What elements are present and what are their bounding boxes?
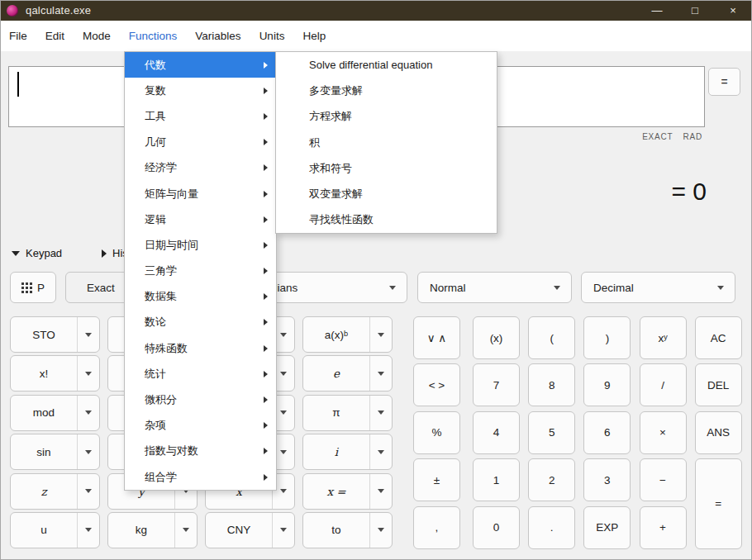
keypad-split-button-r2c3[interactable]: π [302,395,393,431]
dropdown-arrow-icon[interactable] [370,513,392,548]
menubar-item-file[interactable]: File [0,21,36,51]
dropdown-arrow-icon[interactable] [370,317,392,352]
keypad-button-+[interactable]: + [640,506,687,549]
menubar-item-edit[interactable]: Edit [36,21,74,51]
dropdown-arrow-icon[interactable] [78,356,99,391]
keypad-special-button-4[interactable]: , [413,506,460,549]
keypad-button-7[interactable]: 7 [473,363,520,406]
keypad-button-AC[interactable]: AC [695,316,742,359]
keypad-button-ANS[interactable]: ANS [695,411,742,454]
keypad-split-button-r4c0[interactable]: z [10,473,100,510]
submenu-arrow-icon [264,293,268,300]
dropdown-arrow-icon[interactable] [370,356,392,391]
keypad-button-.[interactable]: . [528,506,575,549]
keypad-split-button-r5c3[interactable]: to [302,512,393,548]
menubar-item-units[interactable]: Units [250,21,294,51]
keypad-button-DEL[interactable]: DEL [695,363,742,406]
algebra-submenu-item-0[interactable]: Solve differential equation [276,52,497,78]
algebra-submenu-item-6[interactable]: 寻找线性函数 [276,207,497,233]
keypad-special-button-3[interactable]: ± [413,458,460,501]
keypad-button-2[interactable]: 2 [528,458,575,501]
dropdown-arrow-icon[interactable] [370,396,392,430]
functions-menu-item-9[interactable]: 数据集 [125,284,276,310]
menubar-item-mode[interactable]: Mode [74,21,120,51]
functions-menu-item-4[interactable]: 经济学 [125,155,276,181]
keypad-split-button-r2c0[interactable]: mod [10,395,100,431]
keypad-button-equals[interactable]: = [695,458,742,548]
algebra-submenu-item-2[interactable]: 方程求解 [276,104,497,130]
keypad-button-−[interactable]: − [640,458,687,501]
functions-menu-item-0[interactable]: 代数 [125,52,276,78]
dropdown-arrow-icon[interactable] [273,513,294,548]
keypad-split-button-r1c3[interactable]: e [302,355,393,392]
functions-menu-item-13[interactable]: 微积分 [125,387,276,412]
keypad-button-/[interactable]: / [640,363,687,406]
algebra-submenu-item-5[interactable]: 双变量求解 [276,181,497,206]
functions-menu-item-2[interactable]: 工具 [125,103,276,129]
algebra-submenu: Solve differential equation多变量求解方程求解积求和符… [275,51,497,234]
display-mode-select[interactable]: Normal [417,272,572,303]
keypad-split-button-r0c3[interactable]: a(x)ᵇ [302,316,393,353]
minimize-button[interactable]: — [638,0,676,21]
keypad-special-button-1[interactable]: < > [413,363,460,406]
keypad-button-1[interactable]: 1 [473,458,520,501]
functions-menu-item-3[interactable]: 几何 [125,130,276,155]
functions-menu-item-1[interactable]: 复数 [125,78,276,103]
algebra-submenu-item-3[interactable]: 积 [276,130,497,155]
keypad-button-9[interactable]: 9 [583,363,631,406]
keypad-button-EXP[interactable]: EXP [583,506,631,549]
dropdown-arrow-icon[interactable] [78,513,99,548]
menubar-item-variables[interactable]: Variables [186,21,250,51]
algebra-submenu-item-1[interactable]: 多变量求解 [276,78,497,103]
close-button[interactable]: × [714,0,752,21]
functions-menu-item-14[interactable]: 杂项 [125,413,276,439]
keypad-button-5[interactable]: 5 [528,411,575,454]
keypad-split-button-r4c3[interactable]: x = [302,473,393,510]
keypad-button-8[interactable]: 8 [528,363,575,406]
keypad-split-button-r1c0[interactable]: x! [10,355,100,392]
functions-menu-item-8[interactable]: 三角学 [125,259,276,284]
keypad-split-button-r5c1[interactable]: kg [107,512,198,548]
evaluate-button[interactable]: = [708,68,740,96]
keypad-split-button-r5c2[interactable]: CNY [205,512,295,548]
keypad-button-0[interactable]: 0 [473,506,520,549]
dropdown-arrow-icon[interactable] [78,396,99,430]
functions-menu-item-16[interactable]: 组合学 [125,464,276,490]
keypad-split-button-r5c0[interactable]: u [10,512,100,548]
submenu-item-label: 积 [309,135,320,150]
number-base-select[interactable]: Decimal [581,272,735,303]
dropdown-arrow-icon[interactable] [370,474,392,509]
menubar-item-functions[interactable]: Functions [120,21,187,51]
keypad-special-button-2[interactable]: % [413,411,460,454]
functions-menu-item-6[interactable]: 逻辑 [125,206,276,232]
dropdown-arrow-icon[interactable] [175,513,197,548]
dropdown-arrow-icon[interactable] [370,434,392,469]
functions-menu-item-10[interactable]: 数论 [125,310,276,335]
functions-menu-item-12[interactable]: 统计 [125,361,276,387]
keypad-layout-button[interactable]: P [10,272,56,303]
functions-menu-item-15[interactable]: 指数与对数 [125,439,276,464]
algebra-submenu-item-4[interactable]: 求和符号 [276,155,497,181]
maximize-button[interactable]: □ [676,0,714,21]
dropdown-arrow-icon[interactable] [78,434,99,469]
keypad-toggle[interactable]: Keypad [12,247,62,259]
keypad-split-button-r0c0[interactable]: STO [10,316,100,353]
keypad-button-4[interactable]: 4 [473,411,520,454]
keypad-button-)[interactable]: ) [583,316,631,359]
keypad-split-button-r3c3[interactable]: i [302,434,393,470]
key-label: kg [108,513,175,548]
keypad-special-button-0[interactable]: ∨ ∧ [413,316,460,359]
keypad-button-([interactable]: ( [528,316,575,359]
keypad-button-6[interactable]: 6 [583,411,631,454]
keypad-button-3[interactable]: 3 [583,458,631,501]
functions-menu-item-11[interactable]: 特殊函数 [125,335,276,361]
functions-menu-item-5[interactable]: 矩阵与向量 [125,181,276,206]
menubar-item-help[interactable]: Help [293,21,335,51]
keypad-button-xʸ[interactable]: xʸ [640,316,687,359]
keypad-split-button-r3c0[interactable]: sin [10,434,100,470]
functions-menu-item-7[interactable]: 日期与时间 [125,232,276,258]
dropdown-arrow-icon[interactable] [78,474,99,509]
dropdown-arrow-icon[interactable] [78,317,99,352]
keypad-button-×[interactable]: × [640,411,687,454]
keypad-button-(x)[interactable]: (x) [473,316,520,359]
